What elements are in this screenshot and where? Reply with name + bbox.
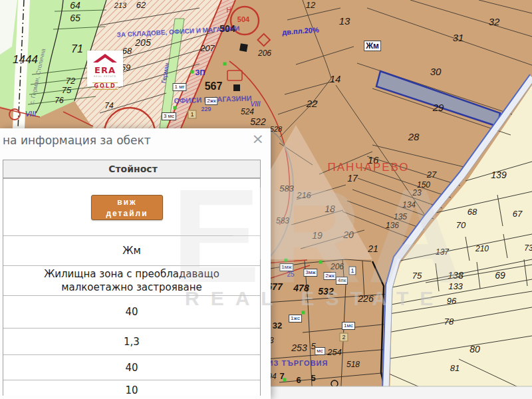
- table-row-zone-code: Жм: [3, 235, 260, 265]
- table-row-value-3: 40: [3, 354, 260, 380]
- table-header-value-column: Стойност: [3, 160, 260, 178]
- era-gold-logo: ERA REAL ESTATE GOLD: [87, 51, 123, 86]
- table-row-zone-description: Жилищна зона с преобладаващо малкоетажно…: [3, 265, 260, 295]
- attribute-table: Стойност виж детайли Жм Жилищна зона с п…: [3, 160, 261, 396]
- view-details-line2: детайли: [106, 209, 148, 218]
- era-logo-brand: ERA: [87, 66, 123, 74]
- table-row-value-2: 1,3: [3, 328, 260, 354]
- panel-title: на информация за обект: [3, 134, 151, 147]
- close-icon[interactable]: ×: [252, 130, 264, 147]
- object-info-panel: на информация за обект × Стойност виж де…: [0, 128, 271, 399]
- table-row-value-4: 10: [3, 380, 260, 396]
- screenshot-stage: 646571144472757674685920562213504504Н207…: [0, 0, 532, 399]
- table-row-value-1: 40: [3, 295, 260, 328]
- era-logo-roof-icon: [92, 53, 118, 63]
- era-logo-tier: GOLD: [92, 82, 117, 90]
- table-row: виж детайли: [3, 178, 260, 235]
- view-details-line1: виж: [117, 198, 136, 207]
- era-logo-subtitle: REAL ESTATE: [87, 75, 123, 78]
- view-details-button[interactable]: виж детайли: [91, 195, 163, 220]
